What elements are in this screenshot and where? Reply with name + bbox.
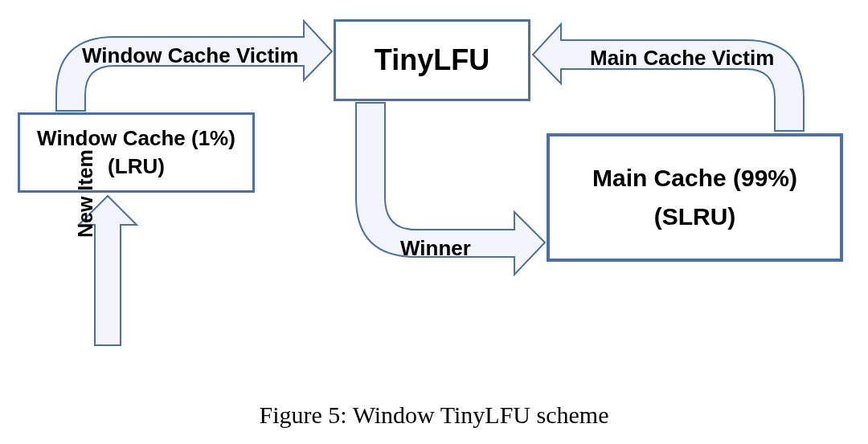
label-new-item: New Item (74, 149, 97, 238)
figure-caption: Figure 5: Window TinyLFU scheme (0, 401, 868, 429)
window-cache-box: Window Cache (1%) (LRU) (18, 112, 255, 193)
diagram-canvas: Window Cache (1%) (LRU) TinyLFU Main Cac… (0, 0, 868, 444)
label-winner: Winner (400, 236, 471, 261)
tinylfu-title: TinyLFU (375, 43, 489, 77)
label-main-victim: Main Cache Victim (590, 46, 774, 71)
main-cache-box: Main Cache (99%) (SLRU) (547, 133, 843, 262)
tinylfu-box: TinyLFU (334, 19, 530, 101)
arrow-main-victim (533, 24, 804, 131)
main-cache-title: Main Cache (99%) (592, 165, 797, 192)
window-cache-subtitle: (LRU) (108, 154, 165, 179)
window-cache-title: Window Cache (1%) (37, 126, 235, 151)
main-cache-subtitle: (SLRU) (654, 203, 736, 230)
label-window-victim: Window Cache Victim (82, 43, 298, 68)
